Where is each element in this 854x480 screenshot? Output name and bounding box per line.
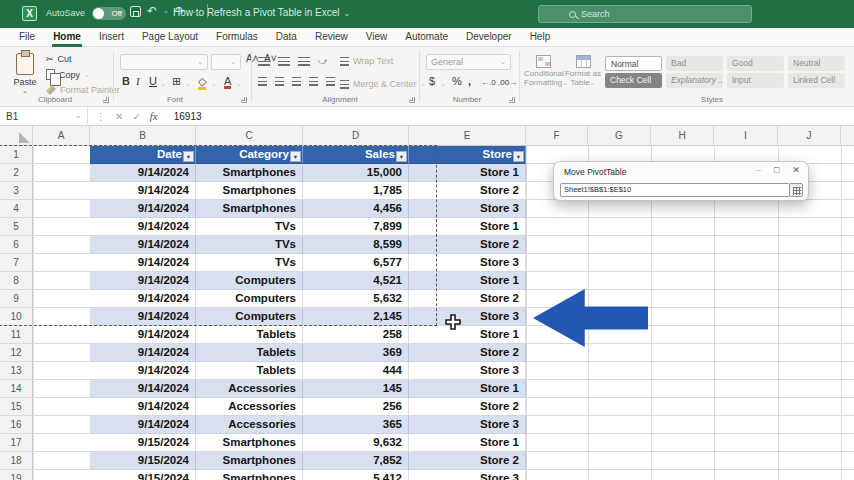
- undo-chevron-icon[interactable]: ⌄: [163, 7, 169, 15]
- table-cell[interactable]: 9/14/2024: [90, 398, 196, 416]
- table-cell[interactable]: Smartphones: [196, 470, 303, 480]
- conditional-formatting-button[interactable]: Conditional Formatting⌄: [524, 55, 562, 87]
- table-cell[interactable]: Store 2: [409, 236, 526, 254]
- table-cell[interactable]: Store 2: [409, 398, 526, 416]
- copy-chevron-icon[interactable]: ⌄: [84, 71, 90, 79]
- tab-file[interactable]: File: [10, 28, 44, 47]
- table-cell[interactable]: TVs: [196, 218, 303, 236]
- table-cell[interactable]: TVs: [196, 254, 303, 272]
- table-cell[interactable]: 9/14/2024: [90, 290, 196, 308]
- table-cell[interactable]: Store 1: [409, 272, 526, 290]
- table-cell[interactable]: 5,412: [303, 470, 409, 480]
- column-header-D[interactable]: D: [303, 126, 409, 145]
- table-cell[interactable]: 9/14/2024: [90, 308, 196, 326]
- table-cell[interactable]: Store 1: [409, 164, 526, 182]
- tab-view[interactable]: View: [357, 28, 397, 47]
- table-cell[interactable]: Smartphones: [196, 452, 303, 470]
- borders-chevron-icon[interactable]: ⌄: [185, 80, 191, 88]
- column-header-H[interactable]: H: [651, 126, 714, 145]
- table-cell[interactable]: Store 1: [409, 380, 526, 398]
- borders-icon[interactable]: ⊞: [172, 75, 181, 88]
- row-header-16[interactable]: 16: [0, 416, 32, 434]
- table-cell[interactable]: Accessories: [196, 398, 303, 416]
- filter-dropdown-icon[interactable]: ▾: [396, 151, 407, 162]
- align-center-icon[interactable]: [275, 77, 284, 86]
- table-cell[interactable]: 9/14/2024: [90, 164, 196, 182]
- row-header-12[interactable]: 12: [0, 344, 32, 362]
- table-cell[interactable]: Store 2: [409, 344, 526, 362]
- table-cell[interactable]: Store 3: [409, 416, 526, 434]
- table-cell[interactable]: Store 3: [409, 308, 526, 326]
- table-cell[interactable]: Store 2: [409, 290, 526, 308]
- table-cell[interactable]: 9/14/2024: [90, 254, 196, 272]
- table-cell[interactable]: Store 3: [409, 362, 526, 380]
- column-header-I[interactable]: I: [714, 126, 778, 145]
- table-cell[interactable]: 9/15/2024: [90, 452, 196, 470]
- table-cell[interactable]: Smartphones: [196, 182, 303, 200]
- document-title[interactable]: How to Refresh a Pivot Table in Excel⌄: [173, 7, 350, 18]
- number-format-combo[interactable]: General⌄: [426, 54, 511, 70]
- header-cell-date[interactable]: Date▾: [90, 146, 196, 164]
- table-cell[interactable]: Accessories: [196, 416, 303, 434]
- undo-icon[interactable]: ↶: [147, 4, 157, 18]
- row-header-14[interactable]: 14: [0, 380, 32, 398]
- row-header-13[interactable]: 13: [0, 362, 32, 380]
- table-cell[interactable]: Computers: [196, 308, 303, 326]
- bold-button[interactable]: B: [122, 75, 130, 87]
- row-header-5[interactable]: 5: [0, 218, 32, 236]
- increase-indent-icon[interactable]: [326, 77, 335, 86]
- align-left-icon[interactable]: [258, 77, 267, 86]
- table-cell[interactable]: 9/15/2024: [90, 434, 196, 452]
- select-all-corner[interactable]: [0, 126, 33, 145]
- decrease-decimal-icon[interactable]: .00→: [498, 78, 517, 87]
- table-cell[interactable]: 9,632: [303, 434, 409, 452]
- table-cell[interactable]: 9/14/2024: [90, 380, 196, 398]
- row-header-4[interactable]: 4: [0, 200, 32, 218]
- table-cell[interactable]: Store 3: [409, 254, 526, 272]
- table-cell[interactable]: 9/14/2024: [90, 362, 196, 380]
- fill-color-chevron-icon[interactable]: ⌄: [211, 80, 217, 88]
- table-cell[interactable]: Store 2: [409, 182, 526, 200]
- alignment-dialog-launcher-icon[interactable]: [409, 97, 415, 103]
- table-cell[interactable]: 6,577: [303, 254, 409, 272]
- align-middle-icon[interactable]: [278, 57, 290, 66]
- underline-chevron-icon[interactable]: ⌄: [160, 80, 166, 88]
- minimize-icon[interactable]: –: [756, 165, 761, 175]
- table-cell[interactable]: Tablets: [196, 362, 303, 380]
- cell-style-linked-cell[interactable]: Linked Cell: [788, 73, 845, 88]
- tab-review[interactable]: Review: [306, 28, 357, 47]
- format-painter-button[interactable]: Format Painter: [46, 85, 120, 95]
- table-cell[interactable]: 369: [303, 344, 409, 362]
- copy-button[interactable]: Copy⌄: [46, 69, 90, 80]
- insert-function-icon[interactable]: fx: [150, 110, 158, 122]
- table-cell[interactable]: Store 1: [409, 326, 526, 344]
- font-color-chevron-icon[interactable]: ⌄: [236, 80, 242, 88]
- format-as-table-button[interactable]: Format as Table⌄: [564, 55, 602, 87]
- table-cell[interactable]: Store 2: [409, 452, 526, 470]
- table-cell[interactable]: 9/14/2024: [90, 218, 196, 236]
- header-cell-category[interactable]: Category▾: [196, 146, 303, 164]
- tab-data[interactable]: Data: [267, 28, 306, 47]
- fill-color-icon[interactable]: ◇: [198, 75, 206, 90]
- range-input[interactable]: Sheet1!$B$1:$E$10: [560, 183, 790, 197]
- increase-decimal-icon[interactable]: ←.0: [481, 78, 496, 87]
- more-dots-icon[interactable]: ⋮: [96, 111, 106, 122]
- cell-style-neutral[interactable]: Neutral: [788, 56, 845, 71]
- row-header-19[interactable]: 19: [0, 470, 32, 480]
- header-cell-store[interactable]: Store▾: [409, 146, 526, 164]
- number-dialog-launcher-icon[interactable]: [509, 97, 515, 103]
- column-header-B[interactable]: B: [90, 126, 196, 145]
- table-cell[interactable]: 9/14/2024: [90, 326, 196, 344]
- percent-icon[interactable]: %: [452, 75, 462, 87]
- wrap-text-button[interactable]: Wrap Text: [340, 56, 393, 66]
- decrease-indent-icon[interactable]: [309, 77, 318, 86]
- table-cell[interactable]: 4,456: [303, 200, 409, 218]
- column-header-C[interactable]: C: [196, 126, 303, 145]
- tab-developer[interactable]: Developer: [457, 28, 521, 47]
- row-header-18[interactable]: 18: [0, 452, 32, 470]
- table-cell[interactable]: Smartphones: [196, 200, 303, 218]
- tab-help[interactable]: Help: [521, 28, 560, 47]
- table-cell[interactable]: Computers: [196, 290, 303, 308]
- font-dialog-launcher-icon[interactable]: [241, 97, 247, 103]
- confirm-entry-icon[interactable]: ✓: [132, 111, 140, 122]
